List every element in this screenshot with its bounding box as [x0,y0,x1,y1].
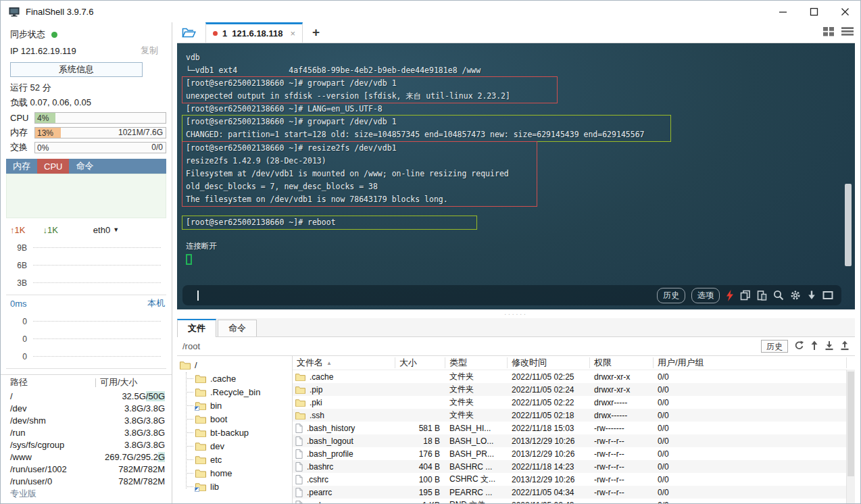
file-panel-tab[interactable]: 命令 [218,320,257,336]
lightning-icon[interactable] [726,290,734,301]
up-icon[interactable] [810,341,818,353]
terminal-scrollbar-thumb[interactable] [845,184,852,266]
tab-close-icon[interactable]: × [290,28,295,39]
terminal[interactable]: vdb└─vdb1 ext4 4af456b8-99be-4eb2-b9eb-d… [177,43,855,309]
tab-status-dot [213,31,218,36]
tab-index: 1 [222,28,227,39]
tree-item[interactable]: dev [177,439,292,453]
col-type[interactable]: 类型 [445,357,508,368]
file-icon [295,475,303,484]
content-area: 1 121.6.18.118 × + vdb└─vdb1 ext4 4af456… [172,22,860,503]
options-button[interactable]: 选项 [691,288,720,303]
grid-view-icon[interactable] [823,26,835,39]
col-filename[interactable]: 文件名▲ [293,357,395,368]
disk-row[interactable]: /www 269.7G/295.2G [1,451,172,463]
path-history-button[interactable]: 历史 [761,340,788,353]
new-tab-button[interactable]: + [312,22,320,43]
current-path[interactable]: /root [182,341,200,351]
file-row[interactable]: .ssh 文件夹 2022/11/05 02:18 drwx------ 0/0 [293,409,847,422]
file-icon [295,462,303,472]
session-tab[interactable]: 1 121.6.18.118 × [205,22,303,43]
file-row[interactable]: .pip 文件夹 2022/11/05 02:24 drwxr-xr-x 0/0 [293,383,847,396]
tree-item[interactable]: etc [177,453,292,466]
file-list-scrollbar[interactable] [846,370,855,503]
folder-icon [295,386,305,394]
file-row[interactable]: .bash_logout 18 B BASH_LO... 2013/12/29 … [293,434,847,447]
folder-icon [195,469,206,478]
refresh-icon[interactable] [794,341,804,353]
terminal-output-group: [root@ser625002138660 ~]# LANG=en_US.UTF… [186,103,845,116]
upload-icon[interactable] [840,341,850,353]
disk-row[interactable]: /dev/shm 3.8G/3.8G [1,414,172,426]
maximize-icon[interactable] [798,1,829,22]
disk-row[interactable]: / 32.5G/50G [1,390,172,402]
scrollbar-thumb[interactable] [847,372,854,476]
col-perm[interactable]: 权限 [590,357,654,368]
tree-item[interactable]: boot [177,412,292,426]
upload-rate: ↑1K [10,225,25,235]
interface-selector[interactable]: eth0 ▼ [93,225,119,235]
search-icon[interactable] [773,290,784,301]
file-row[interactable]: .cshrc 100 B CSHRC 文... 2013/12/29 10:26… [293,473,847,486]
paste-icon[interactable] [757,290,767,301]
col-owner[interactable]: 用户/用户组 [654,357,847,368]
terminal-cursor [186,254,192,265]
monitor-tab[interactable]: 命令 [69,159,100,174]
tree-item[interactable]: .cache [177,372,292,385]
file-row[interactable]: .bash_profile 176 B BASH_PR... 2013/12/2… [293,447,847,460]
folder-icon [195,482,206,491]
folder-icon [195,415,206,424]
terminal-output-group: [root@ser625002138660 ~]# resize2fs /dev… [182,141,537,207]
tree-item[interactable]: bt-backup [177,426,292,439]
meter-bar: 0% 0/0 [34,142,166,153]
close-icon[interactable] [829,1,860,22]
network-header: ↑1K ↓1K eth0 ▼ [1,223,172,236]
disk-row[interactable]: /run/user/0 782M/782M [1,475,172,487]
tree-item[interactable]: bin [177,399,292,412]
tree-item[interactable]: / [177,358,292,372]
monitor-tab[interactable]: 内存 [6,159,37,174]
col-mtime[interactable]: 修改时间 [508,357,590,368]
copy-ip-link[interactable]: 复制 [141,45,164,57]
resource-meter: 交换 0% 0/0 [1,140,172,155]
finalshell-window: FinalShell 3.9.7.6 同步状态 IP 121.62.19.119… [0,0,861,504]
file-icon [295,436,303,446]
minimize-icon[interactable] [767,1,798,22]
gridline [33,247,161,248]
file-row[interactable]: .pearrc 195 B PEARRC ... 2022/11/05 04:3… [293,486,847,499]
file-row[interactable]: .pki 文件夹 2022/11/05 02:22 drwxr----- 0/0 [293,396,847,409]
disk-row[interactable]: /run/user/1002 782M/782M [1,463,172,475]
tree-item[interactable]: lib [177,480,292,493]
download-icon[interactable] [807,290,816,301]
input-caret [197,291,199,301]
menu-icon[interactable] [841,26,854,39]
system-info-button[interactable]: 系统信息 [10,62,143,77]
copy-icon[interactable] [740,290,751,301]
disk-table-header: 路径 可用/大小 [1,375,172,390]
history-button[interactable]: 历史 [657,288,685,303]
download-icon[interactable] [825,341,834,353]
folder-icon [195,374,206,383]
monitor-tab[interactable]: CPU [37,159,69,174]
file-panel-tab[interactable]: 文件 [177,319,216,337]
tree-item[interactable]: .Recycle_bin [177,385,292,399]
file-row[interactable]: .cache 文件夹 2022/11/05 02:25 drwxr-xr-x 0… [293,370,847,383]
tab-title: 121.6.18.118 [232,28,282,39]
window-title: FinalShell 3.9.7.6 [26,7,93,17]
ping-value: 0ms [10,299,27,309]
window-icon[interactable] [822,291,833,300]
tree-item[interactable]: home [177,466,292,480]
file-row[interactable]: .bashrc 404 B BASHRC ... 2022/11/18 14:2… [293,460,847,473]
panel-splitter[interactable]: ∙∙∙∙∙∙ [177,309,855,318]
file-icon [295,488,303,497]
divider [95,378,96,387]
file-row[interactable]: .bash_history 581 B BASH_HI... 2022/11/1… [293,422,847,434]
disk-row[interactable]: /sys/fs/cgroup 3.8G/3.8G [1,438,172,451]
disk-row[interactable]: /dev 3.8G/3.8G [1,402,172,414]
col-size[interactable]: 大小 [395,357,445,368]
open-folder-icon[interactable] [177,22,200,43]
disk-row[interactable]: /run 3.8G/3.8G [1,426,172,438]
gear-icon[interactable] [790,290,801,301]
file-row[interactable]: .rnd 1 KB RND 文件 2022/11/05 02:43 -rw---… [293,499,847,503]
command-input-bar[interactable]: 历史 选项 [182,285,841,305]
